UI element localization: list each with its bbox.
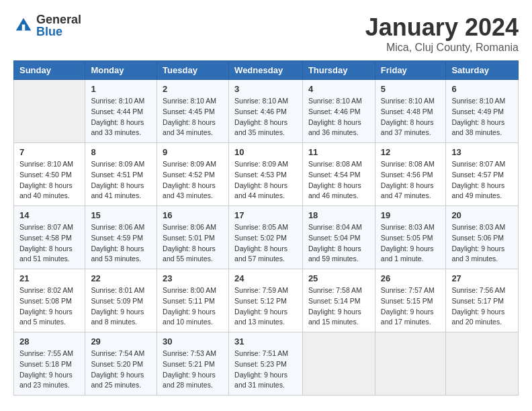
day-number: 7 <box>19 147 79 157</box>
table-cell: 27Sunrise: 7:56 AMSunset: 5:17 PMDayligh… <box>446 269 519 332</box>
weekday-header-friday: Friday <box>375 61 446 80</box>
day-number: 2 <box>163 84 223 94</box>
day-info: Sunrise: 8:05 AMSunset: 5:02 PMDaylight:… <box>234 222 297 265</box>
table-cell: 28Sunrise: 7:55 AMSunset: 5:18 PMDayligh… <box>14 332 85 396</box>
table-cell <box>446 332 519 396</box>
day-number: 28 <box>19 336 79 347</box>
day-info: Sunrise: 8:09 AMSunset: 4:53 PMDaylight:… <box>234 159 297 201</box>
day-info: Sunrise: 7:55 AMSunset: 5:18 PMDaylight:… <box>19 349 79 391</box>
table-cell: 20Sunrise: 8:03 AMSunset: 5:06 PMDayligh… <box>446 206 519 269</box>
day-number: 13 <box>451 147 513 157</box>
day-info: Sunrise: 8:03 AMSunset: 5:05 PMDaylight:… <box>381 222 441 265</box>
week-row-2: 7Sunrise: 8:10 AMSunset: 4:50 PMDaylight… <box>14 143 519 206</box>
day-number: 15 <box>91 210 151 220</box>
day-number: 21 <box>19 273 79 283</box>
table-cell: 8Sunrise: 8:09 AMSunset: 4:51 PMDaylight… <box>85 143 157 206</box>
table-cell: 25Sunrise: 7:58 AMSunset: 5:14 PMDayligh… <box>302 269 375 332</box>
day-number: 29 <box>91 336 151 347</box>
table-cell <box>375 332 446 396</box>
day-number: 25 <box>308 273 369 283</box>
title-block: January 2024 Mica, Cluj County, Romania <box>365 13 519 54</box>
table-cell: 30Sunrise: 7:53 AMSunset: 5:21 PMDayligh… <box>157 332 229 396</box>
day-number: 12 <box>381 147 441 157</box>
table-cell: 31Sunrise: 7:51 AMSunset: 5:23 PMDayligh… <box>229 332 303 396</box>
weekday-header-tuesday: Tuesday <box>157 61 229 80</box>
day-info: Sunrise: 8:06 AMSunset: 4:59 PMDaylight:… <box>91 222 151 265</box>
day-info: Sunrise: 8:04 AMSunset: 5:04 PMDaylight:… <box>308 222 369 265</box>
table-cell: 15Sunrise: 8:06 AMSunset: 4:59 PMDayligh… <box>85 206 157 269</box>
table-cell: 22Sunrise: 8:01 AMSunset: 5:09 PMDayligh… <box>85 269 157 332</box>
month-title: January 2024 <box>365 13 519 42</box>
day-info: Sunrise: 8:09 AMSunset: 4:52 PMDaylight:… <box>163 159 223 201</box>
day-number: 11 <box>308 147 369 157</box>
day-number: 19 <box>381 210 441 220</box>
table-cell <box>14 80 85 143</box>
weekday-header-sunday: Sunday <box>14 61 85 80</box>
logo-general: General <box>36 13 81 26</box>
logo: General Blue <box>13 13 81 38</box>
day-info: Sunrise: 8:10 AMSunset: 4:49 PMDaylight:… <box>451 96 513 138</box>
day-number: 10 <box>234 147 297 157</box>
table-cell: 10Sunrise: 8:09 AMSunset: 4:53 PMDayligh… <box>229 143 303 206</box>
table-cell: 9Sunrise: 8:09 AMSunset: 4:52 PMDaylight… <box>157 143 229 206</box>
table-cell: 29Sunrise: 7:54 AMSunset: 5:20 PMDayligh… <box>85 332 157 396</box>
day-number: 3 <box>234 84 297 94</box>
table-cell: 13Sunrise: 8:07 AMSunset: 4:57 PMDayligh… <box>446 143 519 206</box>
table-cell: 1Sunrise: 8:10 AMSunset: 4:44 PMDaylight… <box>85 80 157 143</box>
day-info: Sunrise: 8:10 AMSunset: 4:46 PMDaylight:… <box>234 96 297 138</box>
day-number: 5 <box>381 84 441 94</box>
day-info: Sunrise: 8:08 AMSunset: 4:54 PMDaylight:… <box>308 159 369 201</box>
day-info: Sunrise: 8:01 AMSunset: 5:09 PMDaylight:… <box>91 285 151 328</box>
day-info: Sunrise: 8:10 AMSunset: 4:46 PMDaylight:… <box>308 96 369 138</box>
location-subtitle: Mica, Cluj County, Romania <box>365 42 519 54</box>
weekday-header-row: SundayMondayTuesdayWednesdayThursdayFrid… <box>14 61 519 80</box>
weekday-header-thursday: Thursday <box>302 61 375 80</box>
day-info: Sunrise: 7:51 AMSunset: 5:23 PMDaylight:… <box>234 349 297 391</box>
day-info: Sunrise: 8:09 AMSunset: 4:51 PMDaylight:… <box>91 159 151 201</box>
table-cell: 26Sunrise: 7:57 AMSunset: 5:15 PMDayligh… <box>375 269 446 332</box>
table-cell: 14Sunrise: 8:07 AMSunset: 4:58 PMDayligh… <box>14 206 85 269</box>
day-number: 22 <box>91 273 151 283</box>
table-cell: 5Sunrise: 8:10 AMSunset: 4:48 PMDaylight… <box>375 80 446 143</box>
weekday-header-saturday: Saturday <box>446 61 519 80</box>
day-number: 16 <box>163 210 223 220</box>
day-number: 27 <box>451 273 513 283</box>
day-info: Sunrise: 7:59 AMSunset: 5:12 PMDaylight:… <box>234 285 297 328</box>
svg-rect-1 <box>22 25 26 31</box>
day-number: 26 <box>381 273 441 283</box>
calendar-table: SundayMondayTuesdayWednesdayThursdayFrid… <box>13 60 519 396</box>
day-info: Sunrise: 8:10 AMSunset: 4:44 PMDaylight:… <box>91 96 151 138</box>
day-info: Sunrise: 8:00 AMSunset: 5:11 PMDaylight:… <box>163 285 223 328</box>
day-info: Sunrise: 8:07 AMSunset: 4:57 PMDaylight:… <box>451 159 513 201</box>
logo-blue: Blue <box>36 26 81 38</box>
day-info: Sunrise: 8:06 AMSunset: 5:01 PMDaylight:… <box>163 222 223 265</box>
table-cell: 4Sunrise: 8:10 AMSunset: 4:46 PMDaylight… <box>302 80 375 143</box>
day-info: Sunrise: 8:08 AMSunset: 4:56 PMDaylight:… <box>381 159 441 201</box>
day-number: 14 <box>19 210 79 220</box>
day-number: 6 <box>451 84 513 94</box>
day-info: Sunrise: 7:53 AMSunset: 5:21 PMDaylight:… <box>163 349 223 391</box>
day-number: 4 <box>308 84 369 94</box>
weekday-header-wednesday: Wednesday <box>229 61 303 80</box>
table-cell: 6Sunrise: 8:10 AMSunset: 4:49 PMDaylight… <box>446 80 519 143</box>
week-row-1: 1Sunrise: 8:10 AMSunset: 4:44 PMDaylight… <box>14 80 519 143</box>
page-header: General Blue January 2024 Mica, Cluj Cou… <box>13 13 519 54</box>
table-cell: 18Sunrise: 8:04 AMSunset: 5:04 PMDayligh… <box>302 206 375 269</box>
table-cell: 19Sunrise: 8:03 AMSunset: 5:05 PMDayligh… <box>375 206 446 269</box>
day-number: 30 <box>163 336 223 347</box>
day-info: Sunrise: 8:10 AMSunset: 4:50 PMDaylight:… <box>19 159 79 201</box>
day-number: 17 <box>234 210 297 220</box>
table-cell: 23Sunrise: 8:00 AMSunset: 5:11 PMDayligh… <box>157 269 229 332</box>
day-number: 31 <box>234 336 297 347</box>
day-info: Sunrise: 8:10 AMSunset: 4:48 PMDaylight:… <box>381 96 441 138</box>
weekday-header-monday: Monday <box>85 61 157 80</box>
table-cell: 24Sunrise: 7:59 AMSunset: 5:12 PMDayligh… <box>229 269 303 332</box>
table-cell: 7Sunrise: 8:10 AMSunset: 4:50 PMDaylight… <box>14 143 85 206</box>
day-info: Sunrise: 8:10 AMSunset: 4:45 PMDaylight:… <box>163 96 223 138</box>
day-number: 18 <box>308 210 369 220</box>
table-cell: 17Sunrise: 8:05 AMSunset: 5:02 PMDayligh… <box>229 206 303 269</box>
table-cell <box>302 332 375 396</box>
day-info: Sunrise: 7:54 AMSunset: 5:20 PMDaylight:… <box>91 349 151 391</box>
day-number: 8 <box>91 147 151 157</box>
day-info: Sunrise: 7:57 AMSunset: 5:15 PMDaylight:… <box>381 285 441 328</box>
